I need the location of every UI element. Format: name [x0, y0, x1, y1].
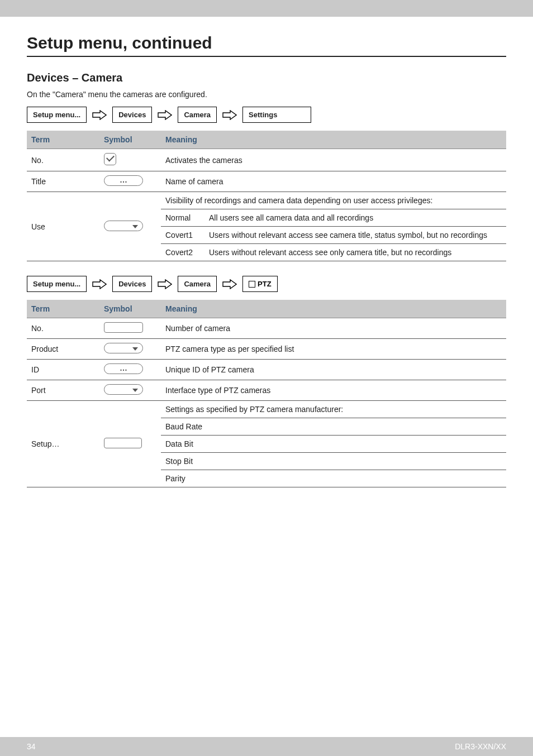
meaning-desc: Users without relevant access see only c… [204, 244, 506, 261]
top-bar [0, 0, 533, 17]
term-cell: No. [27, 149, 99, 171]
table-row: ID Unique ID of PTZ camera [27, 360, 506, 380]
checkbox-icon [104, 153, 116, 165]
term-cell: Setup… [27, 401, 99, 487]
term-cell: Port [27, 380, 99, 401]
arrow-right-icon [222, 279, 237, 289]
table-row: No. Activates the cameras [27, 149, 506, 171]
th-term: Term [27, 300, 99, 318]
breadcrumb-item: Camera [178, 107, 217, 123]
breadcrumb-item: Camera [178, 276, 217, 292]
symbol-cell [99, 339, 161, 360]
breadcrumb-item: Devices [112, 276, 152, 292]
symbol-cell [99, 360, 161, 380]
intro-text: On the "Camera" menu the cameras are con… [27, 90, 506, 99]
ptz-table: Term Symbol Meaning No. Number of camera… [27, 300, 506, 487]
meaning-cell: Baud Rate [161, 418, 506, 436]
meaning-cell: Parity [161, 470, 506, 487]
settings-table: Term Symbol Meaning No. Activates the ca… [27, 131, 506, 261]
th-meaning: Meaning [161, 300, 506, 318]
text-input-icon [104, 175, 143, 186]
table-row: Setup… Settings as specified by PTZ came… [27, 401, 506, 418]
meaning-desc: All users see all camera data and all re… [204, 209, 506, 227]
symbol-cell [99, 149, 161, 171]
button-icon [104, 438, 142, 448]
meaning-cell: Activates the cameras [161, 149, 506, 171]
field-icon [104, 322, 143, 333]
meaning-desc: Users without relevant access see camera… [204, 227, 506, 244]
page-content: Setup menu, continued Devices – Camera O… [0, 17, 533, 487]
meaning-cell: Visibility of recordings and camera data… [161, 192, 506, 209]
term-cell: Product [27, 339, 99, 360]
meaning-cell: PTZ camera type as per specified list [161, 339, 506, 360]
symbol-cell [99, 318, 161, 339]
dropdown-icon [104, 343, 143, 353]
table-row: Product PTZ camera type as per specified… [27, 339, 506, 360]
meaning-cell: Settings as specified by PTZ camera manu… [161, 401, 506, 418]
meaning-cell: Stop Bit [161, 453, 506, 470]
term-cell: Use [27, 192, 99, 261]
dropdown-icon [104, 221, 143, 231]
checkbox-icon [249, 281, 255, 288]
table-header-row: Term Symbol Meaning [27, 300, 506, 318]
symbol-cell [99, 192, 161, 261]
arrow-right-icon [92, 110, 107, 120]
breadcrumb-item: Setup menu... [27, 276, 87, 292]
table-row: Title Name of camera [27, 171, 506, 192]
th-symbol: Symbol [99, 300, 161, 318]
text-input-icon [104, 363, 143, 374]
arrow-right-icon [222, 110, 237, 120]
meaning-cell: Unique ID of PTZ camera [161, 360, 506, 380]
section-title: Devices – Camera [27, 71, 506, 84]
breadcrumb-item: Setup menu... [27, 107, 87, 123]
symbol-cell [99, 171, 161, 192]
term-cell: Title [27, 171, 99, 192]
meaning-label: Normal [161, 209, 204, 227]
breadcrumb-label: PTZ [258, 280, 272, 288]
arrow-right-icon [158, 279, 172, 289]
table-row: Use Visibility of recordings and camera … [27, 192, 506, 209]
meaning-cell: Number of camera [161, 318, 506, 339]
breadcrumb-ptz: Setup menu... Devices Camera PTZ [27, 276, 506, 292]
term-cell: ID [27, 360, 99, 380]
breadcrumb-settings: Setup menu... Devices Camera Settings [27, 107, 506, 123]
page-title: Setup menu, continued [27, 34, 506, 57]
page-footer: 34 DLR3-XXN/XX [0, 737, 533, 756]
table-row: Port Interface type of PTZ cameras [27, 380, 506, 401]
table-row: No. Number of camera [27, 318, 506, 339]
meaning-label: Covert1 [161, 227, 204, 244]
th-symbol: Symbol [99, 131, 161, 149]
page-number: 34 [27, 742, 36, 751]
table-header-row: Term Symbol Meaning [27, 131, 506, 149]
th-meaning: Meaning [161, 131, 506, 149]
arrow-right-icon [158, 110, 172, 120]
meaning-cell: Interface type of PTZ cameras [161, 380, 506, 401]
breadcrumb-item-ptz: PTZ [242, 276, 278, 292]
symbol-cell [99, 401, 161, 487]
meaning-cell: Data Bit [161, 436, 506, 453]
th-term: Term [27, 131, 99, 149]
meaning-cell: Name of camera [161, 171, 506, 192]
term-cell: No. [27, 318, 99, 339]
breadcrumb-item: Devices [112, 107, 152, 123]
doc-id: DLR3-XXN/XX [455, 742, 506, 751]
meaning-label: Covert2 [161, 244, 204, 261]
symbol-cell [99, 380, 161, 401]
breadcrumb-item: Settings [242, 107, 311, 123]
dropdown-icon [104, 384, 143, 395]
arrow-right-icon [92, 279, 107, 289]
